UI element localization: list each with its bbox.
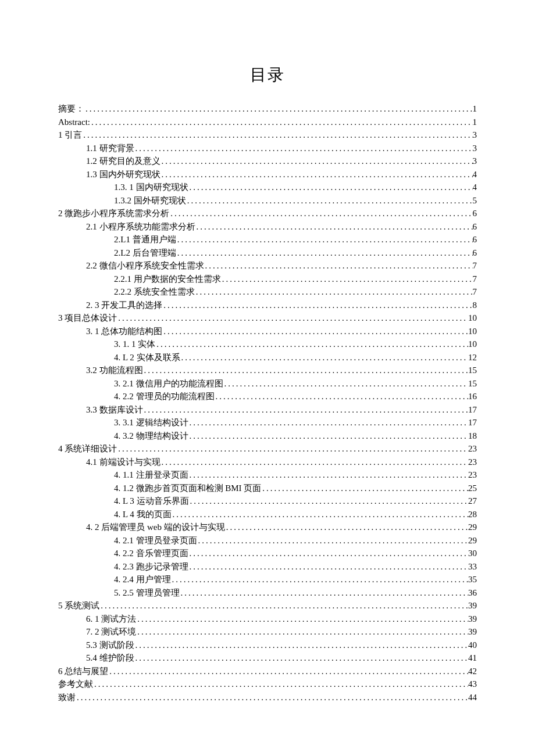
toc-entry-label: 摘要： xyxy=(58,102,84,116)
toc-dots xyxy=(160,155,473,168)
toc-entry-page: 4 xyxy=(473,181,477,194)
toc-dots xyxy=(189,495,468,508)
toc-entry-label: 5 系统测试 xyxy=(58,599,99,612)
toc-entry-label: 6. 1 测试方法 xyxy=(86,612,136,626)
toc-entry-page: 16 xyxy=(468,390,477,403)
toc-entry-page: 39 xyxy=(468,625,477,639)
toc-entry-page: 3 xyxy=(473,128,477,142)
toc-entry-label: 1.1 研究背景 xyxy=(86,142,134,155)
toc-entry-page: 6 xyxy=(473,207,477,220)
toc-entry: 4. L 4 我的页面28 xyxy=(58,508,477,521)
toc-entry: 2.1 小程序系统功能需求分析6 xyxy=(58,220,477,234)
toc-entry-label: 2.1 小程序系统功能需求分析 xyxy=(86,220,195,234)
toc-dots xyxy=(188,429,469,443)
toc-entry: 5.3 测试阶段40 xyxy=(58,639,477,652)
toc-entry-page: 12 xyxy=(468,351,477,364)
toc-entry-label: 4. 2.1 管理员登录页面 xyxy=(114,534,197,547)
toc-entry-page: 6 xyxy=(473,233,477,246)
toc-dots xyxy=(176,246,473,260)
toc-entry-page: 28 xyxy=(468,508,477,521)
toc-entry: 5. 2.5 管理员管理36 xyxy=(58,586,477,600)
toc-dots xyxy=(76,691,468,704)
toc-entry-label: 3 项目总体设计 xyxy=(58,311,117,325)
toc-entry-page: 25 xyxy=(468,482,477,495)
toc-dots xyxy=(99,599,468,612)
toc-entry-label: 4. 2.2 音乐管理页面 xyxy=(114,547,188,560)
toc-entry-page: 1 xyxy=(473,102,477,116)
toc-dots xyxy=(188,181,473,194)
toc-dots xyxy=(134,142,473,155)
toc-dots xyxy=(136,612,468,626)
toc-entry-label: 3. 1. 1 实体 xyxy=(114,338,155,351)
toc-entry-page: 17 xyxy=(468,403,477,417)
toc-entry-label: 3. 3.1 逻辑结构设计 xyxy=(114,416,188,429)
toc-entry-label: 2 微跑步小程序系统需求分析 xyxy=(58,207,169,220)
toc-dots xyxy=(186,194,473,207)
toc-dots xyxy=(160,168,473,181)
toc-dots xyxy=(162,325,468,338)
toc-entry-page: 3 xyxy=(473,142,477,155)
toc-dots xyxy=(93,678,468,691)
toc-dots xyxy=(188,547,469,560)
toc-entry: 3. 1. 1 实体10 xyxy=(58,338,477,351)
toc-entry-page: 27 xyxy=(468,495,477,508)
toc-entry: 2.L2 后台管理端6 xyxy=(58,246,477,260)
toc-dots xyxy=(134,639,469,652)
toc-entry-page: 39 xyxy=(468,599,477,612)
toc-dots xyxy=(136,625,468,639)
toc-entry-label: 1 引言 xyxy=(58,128,82,142)
toc-entry: 4. L 3 运动音乐界面27 xyxy=(58,495,477,508)
toc-entry: 摘要：1 xyxy=(58,102,477,116)
toc-entry: 4. 3.2 物理结构设计18 xyxy=(58,429,477,443)
toc-entry-page: 23 xyxy=(468,456,477,469)
toc-entry-label: 参考文献 xyxy=(58,678,93,691)
toc-dots xyxy=(188,468,469,482)
toc-entry-label: 2. 3 开发工具的选择 xyxy=(86,299,162,312)
toc-entry-page: 29 xyxy=(468,534,477,547)
toc-dots xyxy=(195,285,473,299)
toc-entry-page: 4 xyxy=(473,168,477,181)
toc-dots xyxy=(82,128,472,142)
toc-entry-page: 33 xyxy=(468,560,477,574)
toc-entry-page: 35 xyxy=(468,573,477,586)
toc-entry: 4. 1.1 注册登录页面23 xyxy=(58,468,477,482)
toc-entry: 3. 2.1 微信用户的功能流程图15 xyxy=(58,377,477,390)
toc-dots xyxy=(117,311,468,325)
toc-entry-page: 42 xyxy=(468,665,477,678)
toc-dots xyxy=(215,390,469,403)
toc-entry-page: 7 xyxy=(473,259,477,273)
toc-entry-page: 36 xyxy=(468,586,477,600)
toc-entry: 2.2.2 系统安全性需求7 xyxy=(58,285,477,299)
toc-dots xyxy=(143,403,469,417)
toc-entry: 参考文献43 xyxy=(58,678,477,691)
toc-entry: 2.2 微信小程序系统安全性需求7 xyxy=(58,259,477,273)
toc-entry-page: 10 xyxy=(468,311,477,325)
toc-entry-label: 4. 2 后端管理员 web 端的设计与实现 xyxy=(86,521,225,534)
toc-entry-page: 8 xyxy=(473,299,477,312)
toc-entry-page: 30 xyxy=(468,547,477,560)
toc-dots xyxy=(197,534,469,547)
toc-entry: 1.2 研究目的及意义3 xyxy=(58,155,477,168)
toc-entry-label: 2.L2 后台管理端 xyxy=(114,246,176,260)
toc-entry-page: 44 xyxy=(468,691,477,704)
toc-entry-label: 2.2 微信小程序系统安全性需求 xyxy=(86,259,204,273)
toc-entry-label: 4. 1.2 微跑步首页页面和检测 BMI 页面 xyxy=(114,482,261,495)
toc-entry-label: 5. 2.5 管理员管理 xyxy=(114,586,180,600)
toc-entry-label: 5.3 测试阶段 xyxy=(86,639,134,652)
toc-dots xyxy=(84,102,473,116)
toc-entry: 4. L 2 实体及联系12 xyxy=(58,351,477,364)
toc-entry-label: 3. 2.1 微信用户的功能流程图 xyxy=(114,377,223,390)
toc-entry-page: 6 xyxy=(473,220,477,234)
toc-entry-label: 4. L 3 运动音乐界面 xyxy=(114,495,189,508)
toc-entry-page: 3 xyxy=(473,155,477,168)
toc-entry-label: 4. 2.4 用户管理 xyxy=(114,573,171,586)
toc-dots xyxy=(90,116,473,129)
toc-entry: 4. 2 后端管理员 web 端的设计与实现29 xyxy=(58,521,477,534)
toc-entry-label: 1.3.2 国外研究现状 xyxy=(114,194,186,207)
toc-entry: 1.3. 1 国内研究现状4 xyxy=(58,181,477,194)
toc-dots xyxy=(225,521,468,534)
toc-entry-label: 2.L1 普通用户端 xyxy=(114,233,176,246)
toc-dots xyxy=(155,338,468,351)
toc-entry-page: 6 xyxy=(473,246,477,260)
toc-entry: 2.L1 普通用户端6 xyxy=(58,233,477,246)
